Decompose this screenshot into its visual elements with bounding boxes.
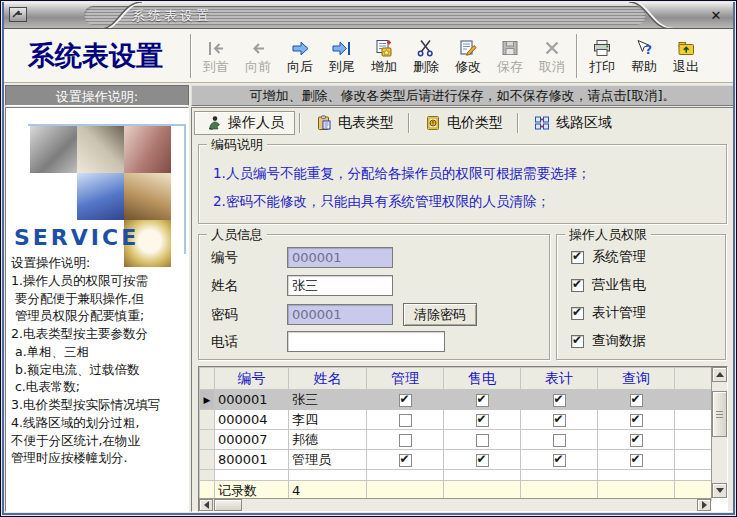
cell-perm-query[interactable] bbox=[598, 430, 675, 450]
sidebar: SERVICE 设置操作说明: 1.操作人员的权限可按需 要分配便于兼职操作,但… bbox=[5, 107, 189, 512]
cell-id[interactable]: 000007 bbox=[215, 430, 289, 450]
cell-perm-meter[interactable] bbox=[521, 390, 598, 410]
checkbox[interactable] bbox=[630, 414, 643, 427]
row-selector[interactable] bbox=[200, 430, 215, 450]
column-header[interactable]: 售电 bbox=[444, 368, 521, 390]
checkbox[interactable] bbox=[476, 414, 489, 427]
checkbox[interactable] bbox=[476, 434, 489, 447]
cell-perm-sales[interactable] bbox=[444, 410, 521, 430]
cell-name[interactable]: 张三 bbox=[289, 390, 367, 410]
next-button[interactable]: 向后 bbox=[279, 32, 321, 80]
tab-operators[interactable]: 操作人员 bbox=[194, 111, 295, 135]
tab-price-types[interactable]: 电价类型 bbox=[414, 111, 513, 135]
column-header[interactable]: 管理 bbox=[367, 368, 444, 390]
exit-button[interactable]: 退出 bbox=[665, 32, 707, 80]
number-field[interactable] bbox=[287, 247, 393, 268]
name-field[interactable] bbox=[287, 275, 393, 296]
save-button[interactable]: 保存 bbox=[489, 32, 531, 80]
cell-perm-meter[interactable] bbox=[521, 450, 598, 470]
table-row[interactable]: 800001 管理员 bbox=[200, 450, 712, 470]
column-header[interactable]: 姓名 bbox=[289, 368, 367, 390]
cell-perm-manage[interactable] bbox=[367, 410, 444, 430]
cell-id[interactable]: 000004 bbox=[215, 410, 289, 430]
checkbox[interactable] bbox=[571, 335, 584, 348]
vertical-scroll-thumb[interactable] bbox=[712, 391, 727, 437]
checkbox-label: 表计管理 bbox=[592, 304, 646, 322]
permission-item[interactable]: 表计管理 bbox=[571, 304, 646, 322]
cell-name[interactable]: 管理员 bbox=[289, 450, 367, 470]
checkbox[interactable] bbox=[476, 454, 489, 467]
cell-id[interactable]: 000001 bbox=[215, 390, 289, 410]
password-field[interactable] bbox=[287, 304, 393, 325]
cell-perm-manage[interactable] bbox=[367, 390, 444, 410]
cell-perm-meter[interactable] bbox=[521, 430, 598, 450]
number-label: 编号 bbox=[211, 249, 287, 267]
checkbox[interactable] bbox=[399, 434, 412, 447]
cell-id[interactable]: 800001 bbox=[215, 450, 289, 470]
cell-name[interactable]: 李四 bbox=[289, 410, 367, 430]
close-button[interactable]: ✕ bbox=[706, 6, 726, 25]
cell-perm-sales[interactable] bbox=[444, 390, 521, 410]
cell-perm-sales[interactable] bbox=[444, 430, 521, 450]
checkbox[interactable] bbox=[399, 454, 412, 467]
permission-item[interactable]: 营业售电 bbox=[571, 276, 646, 294]
delete-button[interactable]: 删除 bbox=[405, 32, 447, 80]
cell-perm-query[interactable] bbox=[598, 410, 675, 430]
checkbox[interactable] bbox=[630, 394, 643, 407]
checkbox[interactable] bbox=[553, 454, 566, 467]
cancel-button[interactable]: 取消 bbox=[531, 32, 573, 80]
cell-perm-sales[interactable] bbox=[444, 450, 521, 470]
tab-label: 电表类型 bbox=[338, 114, 394, 132]
permission-item[interactable]: 查询数据 bbox=[571, 332, 646, 350]
table-row[interactable]: 000004 李四 bbox=[200, 410, 712, 430]
clear-password-button[interactable]: 清除密码 bbox=[403, 303, 477, 326]
checkbox[interactable] bbox=[630, 454, 643, 467]
checkbox[interactable] bbox=[553, 394, 566, 407]
checkbox[interactable] bbox=[571, 307, 584, 320]
column-header[interactable]: 编号 bbox=[215, 368, 289, 390]
print-button[interactable]: 打印 bbox=[581, 32, 623, 80]
scroll-right-button[interactable] bbox=[697, 499, 711, 511]
edit-button[interactable]: 修改 bbox=[447, 32, 489, 80]
cell-name[interactable]: 邦德 bbox=[289, 430, 367, 450]
goto-first-button[interactable]: 到首 bbox=[195, 32, 237, 80]
help-button[interactable]: ? 帮助 bbox=[623, 32, 665, 80]
horizontal-scroll-thumb[interactable] bbox=[214, 499, 242, 511]
scroll-left-button[interactable] bbox=[199, 499, 213, 511]
cell-perm-meter[interactable] bbox=[521, 410, 598, 430]
row-selector[interactable]: ▶ bbox=[200, 390, 215, 410]
checkbox-label: 营业售电 bbox=[592, 276, 646, 294]
tab-line-areas[interactable]: 线路区域 bbox=[523, 111, 622, 135]
horizontal-scrollbar[interactable] bbox=[199, 498, 711, 511]
add-button[interactable]: 增加 bbox=[363, 32, 405, 80]
checkbox[interactable] bbox=[399, 394, 412, 407]
cell-perm-query[interactable] bbox=[598, 450, 675, 470]
goto-last-button[interactable]: 到尾 bbox=[321, 32, 363, 80]
cell-perm-manage[interactable] bbox=[367, 430, 444, 450]
cell-perm-manage[interactable] bbox=[367, 450, 444, 470]
toolbar-button-label: 增加 bbox=[371, 60, 397, 73]
vertical-scrollbar[interactable] bbox=[711, 367, 727, 498]
phone-field[interactable] bbox=[287, 331, 445, 352]
instruction-line: 3.电价类型按实际情况填写 bbox=[11, 396, 189, 414]
table-row[interactable]: ▶ 000001 张三 bbox=[200, 390, 712, 410]
table-row[interactable]: 000007 邦德 bbox=[200, 430, 712, 450]
checkbox[interactable] bbox=[399, 414, 412, 427]
cell-perm-query[interactable] bbox=[598, 390, 675, 410]
checkbox[interactable] bbox=[630, 434, 643, 447]
checkbox[interactable] bbox=[553, 434, 566, 447]
scroll-down-button[interactable] bbox=[712, 483, 727, 498]
permission-item[interactable]: 系统管理 bbox=[571, 248, 646, 266]
row-selector[interactable] bbox=[200, 450, 215, 470]
checkbox[interactable] bbox=[571, 251, 584, 264]
checkbox[interactable] bbox=[553, 414, 566, 427]
collage-photo-paper bbox=[124, 173, 171, 220]
previous-button[interactable]: 向前 bbox=[237, 32, 279, 80]
scroll-up-button[interactable] bbox=[712, 367, 727, 382]
checkbox[interactable] bbox=[476, 394, 489, 407]
column-header[interactable]: 表计 bbox=[521, 368, 598, 390]
row-selector[interactable] bbox=[200, 410, 215, 430]
tab-meter-types[interactable]: 电表类型 bbox=[305, 111, 404, 135]
column-header[interactable]: 查询 bbox=[598, 368, 675, 390]
checkbox[interactable] bbox=[571, 279, 584, 292]
